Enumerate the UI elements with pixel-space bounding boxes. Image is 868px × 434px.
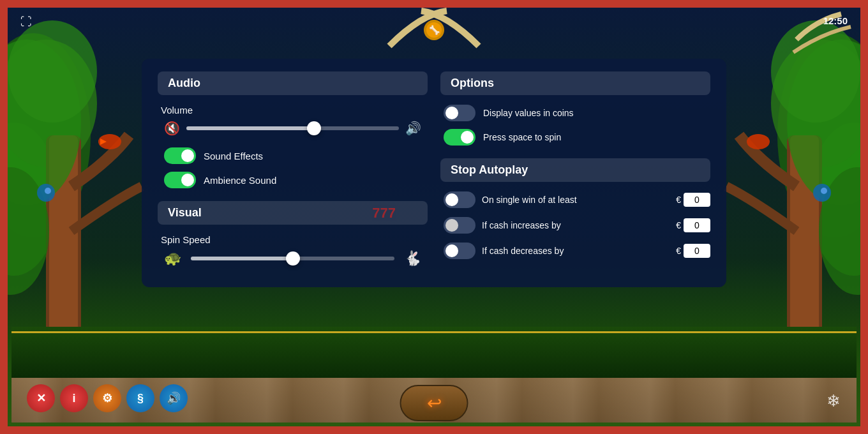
back-button-inner[interactable]: ↩ [400,385,468,421]
spin-speed-row: 🐢 🐇 [158,250,428,267]
top-center-decoration: 🦴 [370,8,498,52]
volume-mute-icon[interactable]: 🔇 [164,121,180,136]
tree-right-decoration [720,8,860,378]
display-coins-toggle[interactable] [444,105,475,121]
ambience-sound-row: Ambience Sound [158,172,428,188]
options-section: Options Display values in coins Press sp… [440,71,710,146]
svg-point-12 [777,33,860,237]
ambience-sound-toggle[interactable] [164,172,196,188]
svg-point-22 [821,188,827,194]
settings-button[interactable]: ⚙ [93,384,121,412]
action-buttons-group: ✕ i ⚙ § 🔊 [27,384,188,412]
press-space-row: Press space to spin [440,129,710,146]
single-win-row: On single win of at least € [440,191,710,208]
svg-point-2 [8,40,97,167]
cash-increases-row: If cash increases by € [440,217,710,234]
cash-decreases-input-group: € [676,244,710,258]
cash-increases-input-group: € [676,218,710,232]
visual-section: Visual 777 Spin Speed 🐢 🐇 [158,201,428,267]
svg-point-21 [813,184,831,202]
volume-slider-row: 🔇 🔊 [158,121,428,136]
rabbit-icon: 🐇 [404,250,421,267]
single-win-input[interactable] [684,193,710,207]
game-background: 🦴 12:50 ⛶ Audio Volume 🔇 🔊 [8,8,860,426]
svg-point-6 [8,167,49,295]
stop-autoplay-header: Stop Autoplay [440,158,710,182]
svg-point-7 [8,20,97,123]
visual-section-header: Visual 777 [158,201,428,225]
turtle-icon: 🐢 [164,250,181,267]
volume-label: Volume [161,105,428,116]
display-coins-label: Display values in coins [483,108,574,118]
visual-777-decoration: 777 [372,205,396,221]
stop-autoplay-section: Stop Autoplay On single win of at least … [440,158,710,259]
svg-point-18 [819,167,860,295]
snowflake-button[interactable]: ❄ [819,387,848,415]
cash-increases-label: If cash increases by [482,220,670,230]
single-win-input-group: € [676,193,710,207]
svg-marker-9 [100,138,107,145]
time-display: 12:50 [823,15,848,26]
cash-decreases-input[interactable] [684,244,710,258]
cash-decreases-toggle[interactable] [444,243,475,259]
svg-point-10 [37,184,55,202]
single-win-toggle[interactable] [444,191,475,208]
info-button[interactable]: i [60,384,88,412]
ground-area [11,327,857,378]
svg-point-19 [771,20,860,123]
svg-point-13 [809,123,860,276]
left-column: Audio Volume 🔇 🔊 Sound Effects [158,71,428,268]
display-coins-row: Display values in coins [440,105,710,121]
svg-point-8 [98,134,121,149]
press-space-toggle[interactable] [444,129,475,146]
sound-effects-toggle[interactable] [164,147,196,164]
app: 🦴 12:50 ⛶ Audio Volume 🔇 🔊 [0,0,868,434]
sound-effects-label: Sound Effects [204,151,263,161]
cash-decreases-euro-symbol: € [676,246,681,256]
single-win-label: On single win of at least [482,195,670,205]
svg-point-14 [771,40,860,167]
svg-point-5 [8,40,81,206]
spin-speed-label: Spin Speed [161,234,428,245]
tree-left-decoration [8,8,148,378]
settings-panel: Audio Volume 🔇 🔊 Sound Effects [142,59,726,287]
yellow-divider-line [11,331,857,333]
cash-increases-euro-symbol: € [676,220,681,230]
cash-increases-toggle[interactable] [444,217,475,234]
right-column: Options Display values in coins Press sp… [440,71,710,268]
volume-slider-track[interactable] [186,126,399,130]
svg-point-17 [787,40,860,206]
close-button[interactable]: ✕ [27,384,55,412]
cash-decreases-row: If cash decreases by € [440,243,710,259]
spin-speed-slider-track[interactable] [191,257,394,260]
sound-button[interactable]: 🔊 [160,384,188,412]
help-button[interactable]: § [126,384,154,412]
svg-text:🦴: 🦴 [429,25,440,36]
expand-button[interactable]: ⛶ [20,15,32,29]
single-win-euro-symbol: € [676,195,681,205]
cash-decreases-label: If cash decreases by [482,246,670,256]
press-space-label: Press space to spin [483,132,561,142]
svg-point-11 [45,188,51,194]
audio-section-header: Audio [158,71,428,95]
svg-point-20 [747,134,770,149]
volume-up-icon[interactable]: 🔊 [405,121,421,136]
svg-point-1 [8,123,59,276]
snowflake-icon: ❄ [827,391,841,411]
back-button[interactable]: ↩ [400,385,468,421]
sound-effects-row: Sound Effects [158,147,428,164]
cash-increases-input[interactable] [684,218,710,232]
ambience-sound-label: Ambience Sound [204,175,276,186]
options-section-header: Options [440,71,710,95]
svg-point-0 [8,33,91,237]
back-arrow-icon: ↩ [427,393,442,414]
